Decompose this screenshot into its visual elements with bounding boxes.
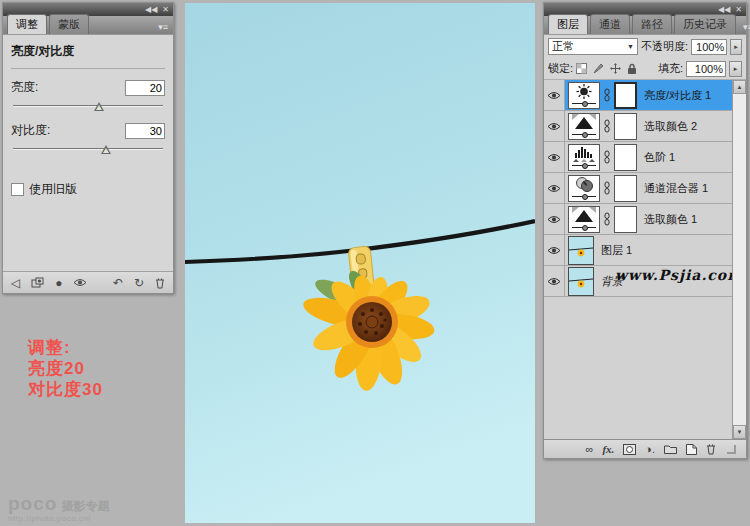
adjustment-dot-icon[interactable]: ●	[55, 277, 62, 289]
image-layer-thumbnail[interactable]	[568, 236, 594, 265]
brightness-adjustment-thumbnail[interactable]	[568, 82, 600, 109]
layer-name: 选取颜色 1	[644, 212, 697, 227]
brightness-slider[interactable]	[13, 100, 163, 112]
layer-name: 色阶 1	[644, 150, 675, 165]
tab-masks[interactable]: 蒙版	[49, 14, 89, 34]
selective-color-adjustment-thumbnail[interactable]	[568, 113, 600, 140]
layer-row-selective-color-2[interactable]: 选取颜色 2	[544, 111, 733, 142]
adjustment-title: 亮度/对比度	[11, 40, 165, 69]
layer-row-levels-1[interactable]: 色阶 1	[544, 142, 733, 173]
close-panel-icon[interactable]: ✕	[162, 6, 169, 14]
thumbnail-slider	[572, 194, 596, 199]
panel-resize-grip[interactable]	[727, 445, 736, 454]
thumbnail-slider	[572, 163, 596, 168]
blend-mode-value: 正常	[552, 39, 574, 54]
contrast-slider-track	[13, 148, 163, 150]
tab-channels[interactable]: 通道	[590, 14, 630, 34]
visibility-eye-icon[interactable]	[544, 111, 565, 141]
link-layers-icon[interactable]: ∞	[586, 443, 594, 455]
scroll-down-icon[interactable]: ▼	[733, 425, 746, 439]
visibility-eye-icon[interactable]	[544, 266, 565, 296]
adjustments-footer-toolbar: ◁ ● ↶ ↻	[3, 271, 173, 293]
channel-mixer-adjustment-thumbnail[interactable]	[568, 175, 600, 202]
close-panel-icon[interactable]: ✕	[735, 6, 742, 14]
mask-link-icon	[603, 212, 611, 226]
new-adjustment-layer-icon[interactable]: ◑.	[645, 443, 655, 455]
layer-mask-thumbnail[interactable]	[614, 113, 637, 140]
image-layer-thumbnail[interactable]	[568, 267, 594, 296]
new-layer-icon[interactable]	[686, 444, 697, 455]
layer-mask-thumbnail[interactable]	[614, 82, 637, 109]
contrast-slider-thumb[interactable]	[101, 145, 111, 154]
brightness-input[interactable]	[125, 80, 165, 96]
tutorial-annotation: 调整: 亮度20 对比度30	[28, 337, 103, 400]
scroll-up-icon[interactable]: ▲	[733, 80, 746, 94]
layer-mask-thumbnail[interactable]	[614, 206, 637, 233]
new-group-folder-icon[interactable]	[664, 444, 677, 454]
layer-row-channel-mixer-1[interactable]: 通道混合器 1	[544, 173, 733, 204]
layer-name: 背景	[601, 274, 623, 289]
layer-row-selective-color-1[interactable]: 选取颜色 1	[544, 204, 733, 235]
layer-mask-thumbnail[interactable]	[614, 144, 637, 171]
collapse-panel-icon[interactable]: ◀◀	[718, 6, 730, 14]
collapse-panel-icon[interactable]: ◀◀	[145, 6, 157, 14]
selective-color-adjustment-thumbnail[interactable]	[568, 206, 600, 233]
layers-tabbar: 图层 通道 路径 历史记录 ▾≡	[544, 16, 746, 35]
tab-adjustments[interactable]: 调整	[7, 14, 47, 34]
poco-logo: poco	[8, 493, 57, 514]
delete-adjustment-icon[interactable]	[155, 277, 165, 289]
panel-menu-icon[interactable]: ▾≡	[153, 22, 173, 34]
fill-value[interactable]: 100%	[686, 61, 726, 77]
add-layer-mask-icon[interactable]	[623, 444, 636, 455]
tab-paths[interactable]: 路径	[632, 14, 672, 34]
annotation-line: 调整:	[28, 337, 103, 358]
thumbnail-slider	[572, 132, 596, 137]
layers-scrollbar[interactable]: ▲ ▼	[732, 80, 746, 439]
poco-branding: poco摄影专题 http://photo.poco.cn/	[8, 494, 109, 523]
brightness-row: 亮度:	[11, 79, 165, 96]
brightness-slider-track	[13, 105, 163, 107]
fill-label: 填充:	[658, 61, 683, 76]
adjustments-body: 亮度/对比度 亮度: 对比度: 使用旧版	[3, 35, 173, 271]
opacity-spinner-icon[interactable]: ▸	[730, 39, 742, 55]
visibility-eye-icon[interactable]	[544, 173, 565, 203]
layer-row-layer-1[interactable]: 图层 1	[544, 235, 733, 266]
brightness-slider-thumb[interactable]	[94, 102, 104, 111]
visibility-eye-icon[interactable]	[544, 204, 565, 234]
poco-logo-suffix: 摄影专题	[61, 499, 109, 513]
use-legacy-checkbox[interactable]	[11, 183, 24, 196]
blend-mode-select[interactable]: 正常 ▼	[548, 38, 638, 55]
lock-all-padlock-icon[interactable]	[627, 63, 637, 75]
visibility-eye-icon[interactable]	[544, 142, 565, 172]
contrast-slider[interactable]	[13, 143, 163, 155]
tab-history[interactable]: 历史记录	[674, 14, 736, 34]
mask-link-icon	[603, 88, 611, 102]
layer-row-brightness-contrast-1[interactable]: 亮度/对比度 1	[544, 80, 733, 111]
lock-position-move-icon[interactable]	[610, 63, 621, 74]
visibility-eye-icon[interactable]	[73, 278, 87, 287]
visibility-eye-icon[interactable]	[544, 80, 565, 110]
fill-spinner-icon[interactable]: ▸	[729, 61, 742, 77]
opacity-value[interactable]: 100%	[691, 39, 727, 55]
annotation-line: 亮度20	[28, 358, 103, 379]
back-arrow-icon[interactable]: ◁	[11, 277, 20, 289]
adjustments-panel: ◀◀ ✕ 调整 蒙版 ▾≡ 亮度/对比度 亮度: 对比度:	[2, 2, 174, 294]
layer-row-background[interactable]: 背景	[544, 266, 733, 297]
clip-to-layer-icon[interactable]	[31, 277, 44, 289]
panel-menu-icon[interactable]: ▾≡	[738, 22, 750, 34]
reset-defaults-icon[interactable]: ↻	[134, 277, 144, 289]
lock-pixels-brush-icon[interactable]	[593, 63, 604, 74]
lock-transparency-icon[interactable]	[576, 63, 587, 74]
layer-mask-thumbnail[interactable]	[614, 175, 637, 202]
contrast-input[interactable]	[125, 123, 165, 139]
layer-name: 选取颜色 2	[644, 119, 697, 134]
visibility-eye-icon[interactable]	[544, 235, 565, 265]
mask-link-icon	[603, 150, 611, 164]
layer-style-fx-icon[interactable]: fx.	[602, 443, 614, 455]
contrast-row: 对比度:	[11, 122, 165, 139]
annotation-line: 对比度30	[28, 379, 103, 400]
delete-layer-trash-icon[interactable]	[706, 443, 716, 455]
levels-adjustment-thumbnail[interactable]	[568, 144, 600, 171]
tab-layers[interactable]: 图层	[548, 14, 588, 34]
reset-previous-icon[interactable]: ↶	[113, 277, 123, 289]
